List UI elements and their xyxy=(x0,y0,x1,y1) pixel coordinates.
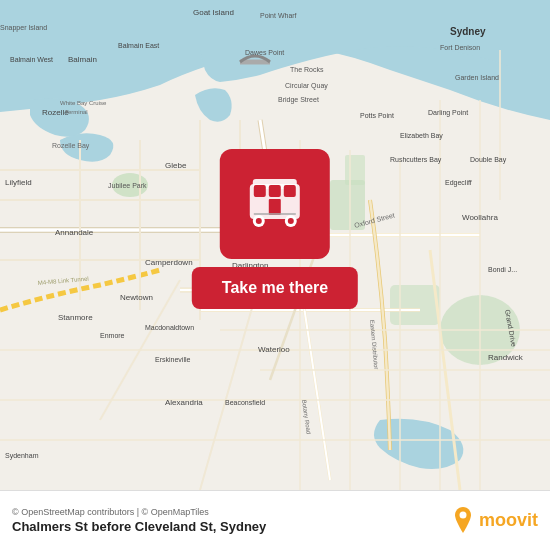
svg-text:Bondi J...: Bondi J... xyxy=(488,266,517,273)
svg-text:Annandale: Annandale xyxy=(55,228,94,237)
svg-rect-95 xyxy=(269,185,281,197)
svg-text:Balmain West: Balmain West xyxy=(10,56,53,63)
svg-text:Potts Point: Potts Point xyxy=(360,112,394,119)
svg-rect-97 xyxy=(269,199,281,215)
svg-text:Bridge Street: Bridge Street xyxy=(278,96,319,104)
svg-text:Jubilee Park: Jubilee Park xyxy=(108,182,147,189)
svg-text:Balmain East: Balmain East xyxy=(118,42,159,49)
svg-text:White Bay Cruise: White Bay Cruise xyxy=(60,100,107,106)
bottom-bar: © OpenStreetMap contributors | © OpenMap… xyxy=(0,490,550,550)
svg-text:Glebe: Glebe xyxy=(165,161,187,170)
svg-text:Garden Island: Garden Island xyxy=(455,74,499,81)
svg-text:Edgecliff: Edgecliff xyxy=(445,179,472,187)
map-container: Goat Island Sydney The Rocks Circular Qu… xyxy=(0,0,550,490)
svg-rect-5 xyxy=(390,285,440,325)
svg-text:Fort Denison: Fort Denison xyxy=(440,44,480,51)
svg-text:Sydenham: Sydenham xyxy=(5,452,39,460)
svg-point-99 xyxy=(256,218,262,224)
svg-point-103 xyxy=(459,511,466,518)
svg-text:Terminal: Terminal xyxy=(65,109,88,115)
svg-rect-96 xyxy=(284,185,296,197)
svg-text:Point Wharf: Point Wharf xyxy=(260,12,297,19)
svg-text:Woollahra: Woollahra xyxy=(462,213,498,222)
svg-text:Waterloo: Waterloo xyxy=(258,345,290,354)
svg-text:Elizabeth Bay: Elizabeth Bay xyxy=(400,132,443,140)
svg-text:Erskineville: Erskineville xyxy=(155,356,191,363)
bottom-info: © OpenStreetMap contributors | © OpenMap… xyxy=(12,507,266,534)
svg-text:Camperdown: Camperdown xyxy=(145,258,193,267)
moovit-logo: moovit xyxy=(451,507,538,535)
svg-text:Enmore: Enmore xyxy=(100,332,125,339)
svg-text:Alexandria: Alexandria xyxy=(165,398,203,407)
svg-text:Darling Point: Darling Point xyxy=(428,109,468,117)
svg-text:Goat Island: Goat Island xyxy=(193,8,234,17)
svg-text:Macdonaldtown: Macdonaldtown xyxy=(145,324,194,331)
attribution: © OpenStreetMap contributors | © OpenMap… xyxy=(12,507,266,517)
svg-text:Balmain: Balmain xyxy=(68,55,97,64)
moovit-pin-icon xyxy=(451,507,475,535)
bus-icon xyxy=(240,169,310,239)
bus-icon-container xyxy=(220,149,330,259)
svg-text:Lilyfield: Lilyfield xyxy=(5,178,32,187)
svg-text:Stanmore: Stanmore xyxy=(58,313,93,322)
location-label: Chalmers St before Cleveland St, Sydney xyxy=(12,519,266,534)
svg-text:Sydney: Sydney xyxy=(450,26,486,37)
svg-point-101 xyxy=(288,218,294,224)
svg-rect-94 xyxy=(254,185,266,197)
svg-text:Dawes Point: Dawes Point xyxy=(245,49,284,56)
svg-text:Newtown: Newtown xyxy=(120,293,153,302)
svg-text:Circular Quay: Circular Quay xyxy=(285,82,328,90)
svg-text:The Rocks: The Rocks xyxy=(290,66,324,73)
take-me-there-button[interactable]: Take me there xyxy=(192,267,358,309)
svg-text:Snapper Island: Snapper Island xyxy=(0,24,47,32)
moovit-brand: moovit xyxy=(479,510,538,531)
overlay-card: Take me there xyxy=(192,149,358,309)
svg-text:Rushcutters Bay: Rushcutters Bay xyxy=(390,156,442,164)
svg-text:Rozelle Bay: Rozelle Bay xyxy=(52,142,90,150)
svg-text:Double Bay: Double Bay xyxy=(470,156,507,164)
svg-text:Randwick: Randwick xyxy=(488,353,524,362)
svg-text:Beaconsfield: Beaconsfield xyxy=(225,399,265,406)
